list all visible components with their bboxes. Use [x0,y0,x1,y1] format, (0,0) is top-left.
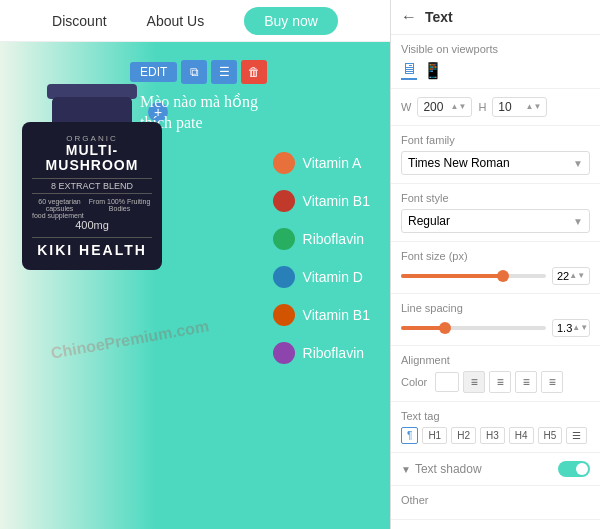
vitamin-item-4: Vitamin D [273,266,370,288]
vitamin-label-4: Vitamin D [303,269,363,285]
line-spacing-slider[interactable] [401,326,546,330]
font-family-arrow-icon: ▼ [573,158,583,169]
nav-bar: Discount About Us Buy now [0,0,390,42]
w-spinner[interactable]: ▲▼ [451,103,467,111]
font-style-dropdown[interactable]: Regular ▼ [401,209,590,233]
other-section: Other [391,486,600,520]
toggle-knob [576,463,588,475]
bottle-brand: KIKI HEALTH [32,237,152,258]
vitamin-label-2: Vitamin B1 [303,193,370,209]
bottle-label: ORGANIC MULTI-MUSHROOM 8 EXTRACT BLEND 6… [22,122,162,270]
font-size-slider[interactable] [401,274,546,278]
font-size-thumb[interactable] [497,270,509,282]
alignment-section: Alignment Color ≡ ≡ ≡ ≡ [391,346,600,402]
vitamin-label-5: Vitamin B1 [303,307,370,323]
font-size-section: Font size (px) 22 ▲▼ [391,242,600,294]
bottle-capsules: 60 vegetarian capsules [32,198,87,212]
duplicate-icon-btn[interactable]: ⧉ [181,60,207,84]
mobile-viewport-icon[interactable]: 📱 [423,61,443,80]
w-value: 200 [423,100,443,114]
text-shadow-label: Text shadow [415,462,482,476]
h5-tag-btn[interactable]: H5 [538,427,563,444]
panel-header: ← Text [391,0,600,35]
collapse-arrow-icon: ▼ [401,464,411,475]
alignment-label: Alignment [401,354,590,366]
h3-tag-btn[interactable]: H3 [480,427,505,444]
vitamin-label-1: Vitamin A [303,155,362,171]
list-tag-btn[interactable]: ☰ [566,427,587,444]
panel-title: Text [425,9,453,25]
vitamin-label-6: Riboflavin [303,345,364,361]
nav-discount[interactable]: Discount [52,13,106,29]
bottle-from: From 100% Fruiting Bodies [87,198,152,212]
font-size-label: Font size (px) [401,250,590,262]
font-size-slider-row: 22 ▲▼ [401,267,590,285]
w-label: W [401,101,411,113]
align-left-button[interactable]: ≡ [463,371,485,393]
line-spacing-section: Line spacing 1.3 ▲▼ [391,294,600,346]
align-icon-btn[interactable]: ☰ [211,60,237,84]
font-style-label: Font style [401,192,590,204]
vitamin-item-6: Riboflavin [273,342,370,364]
h-value: 10 [498,100,511,114]
bottle-multi: MULTI-MUSHROOM [32,143,152,174]
desktop-viewport-icon[interactable]: 🖥 [401,60,417,80]
nav-buy-button[interactable]: Buy now [244,7,338,35]
color-label: Color [401,376,427,388]
bottle-area: ORGANIC MULTI-MUSHROOM 8 EXTRACT BLEND 6… [0,42,200,529]
line-spacing-thumb[interactable] [439,322,451,334]
font-family-section: Font family Times New Roman ▼ [391,126,600,184]
line-spacing-spinner[interactable]: ▲▼ [572,324,588,332]
text-shadow-toggle[interactable] [558,461,590,477]
font-family-dropdown[interactable]: Times New Roman ▼ [401,151,590,175]
preview-panel: Discount About Us Buy now EDIT ⧉ ☰ 🗑 + M… [0,0,390,529]
edit-button[interactable]: EDIT [130,62,177,82]
shadow-row: ▼ Text shadow [401,461,590,477]
font-family-label: Font family [401,134,590,146]
h1-tag-btn[interactable]: H1 [422,427,447,444]
align-row: Color ≡ ≡ ≡ ≡ [401,371,590,393]
font-style-arrow-icon: ▼ [573,216,583,227]
h-input[interactable]: 10 ▲▼ [492,97,547,117]
font-family-value: Times New Roman [408,156,510,170]
vitamin-item-1: Vitamin A [273,152,370,174]
h2-tag-btn[interactable]: H2 [451,427,476,444]
wh-row: W 200 ▲▼ H 10 ▲▼ [401,97,590,117]
bottle-bottom-row: 60 vegetarian capsules From 100% Fruitin… [32,198,152,212]
bottle-dosage: 400mg [32,219,152,231]
vitamin-dot-5 [273,304,295,326]
text-tag-section: Text tag ¶ H1 H2 H3 H4 H5 ☰ [391,402,600,453]
h-label: H [478,101,486,113]
paragraph-tag-btn[interactable]: ¶ [401,427,418,444]
text-shadow-collapse[interactable]: ▼ Text shadow [401,462,482,476]
edit-toolbar: EDIT ⧉ ☰ 🗑 [130,60,267,84]
font-style-section: Font style Regular ▼ [391,184,600,242]
bottle-supplement: food supplement [32,212,152,219]
back-arrow-icon[interactable]: ← [401,8,417,26]
text-shadow-section: ▼ Text shadow [391,453,600,486]
font-size-value-box[interactable]: 22 ▲▼ [552,267,590,285]
line-spacing-value-box[interactable]: 1.3 ▲▼ [552,319,590,337]
vitamin-item-2: Vitamin B1 [273,190,370,212]
w-input[interactable]: 200 ▲▼ [417,97,472,117]
font-size-spinner[interactable]: ▲▼ [569,272,585,280]
text-tag-label: Text tag [401,410,590,422]
delete-icon-btn[interactable]: 🗑 [241,60,267,84]
vitamin-dot-6 [273,342,295,364]
viewport-section: Visible on viewports 🖥 📱 [391,35,600,89]
viewport-icons: 🖥 📱 [401,60,590,80]
font-size-value: 22 [557,270,569,282]
color-swatch[interactable] [435,372,459,392]
align-center-button[interactable]: ≡ [489,371,511,393]
vitamin-dot-4 [273,266,295,288]
h4-tag-btn[interactable]: H4 [509,427,534,444]
vitamin-dot-3 [273,228,295,250]
viewport-label: Visible on viewports [401,43,590,55]
wh-section: W 200 ▲▼ H 10 ▲▼ [391,89,600,126]
h-spinner[interactable]: ▲▼ [526,103,542,111]
nav-about[interactable]: About Us [147,13,205,29]
align-right-button[interactable]: ≡ [515,371,537,393]
other-label: Other [401,494,590,506]
align-justify-button[interactable]: ≡ [541,371,563,393]
content-area: EDIT ⧉ ☰ 🗑 + Mèo nào mà hồng thích pate … [0,42,390,529]
